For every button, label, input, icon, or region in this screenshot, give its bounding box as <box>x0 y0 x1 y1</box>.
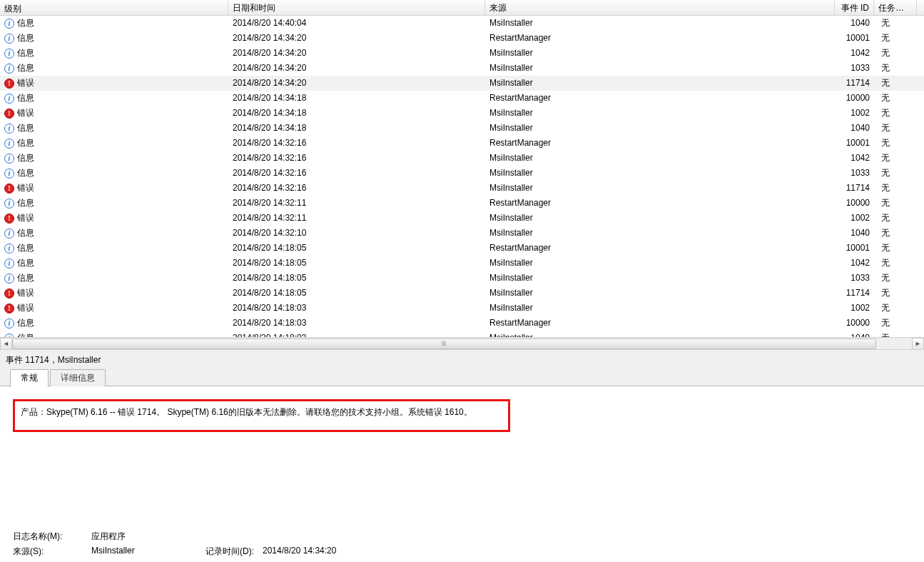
cell-source: MsiInstaller <box>485 181 835 196</box>
cell-date: 2014/8/20 14:18:05 <box>228 286 485 301</box>
cell-task: 无 <box>874 316 917 331</box>
cell-task: 无 <box>874 196 917 211</box>
table-row[interactable]: i信息2014/8/20 14:18:05RestartManager10001… <box>0 241 924 256</box>
info-icon: i <box>4 34 14 44</box>
table-row[interactable]: i信息2014/8/20 14:34:20MsiInstaller1033无 <box>0 61 924 76</box>
cell-level: i信息 <box>0 196 228 211</box>
cell-task: 无 <box>874 256 917 271</box>
cell-level: i信息 <box>0 91 228 106</box>
info-icon: i <box>4 64 14 74</box>
table-row[interactable]: i信息2014/8/20 14:34:18RestartManager10000… <box>0 91 924 106</box>
table-row[interactable]: !错误2014/8/20 14:34:20MsiInstaller11714无 <box>0 76 924 91</box>
cell-source: RestartManager <box>485 241 835 256</box>
level-text: 信息 <box>17 61 34 76</box>
col-header-task[interactable]: 任务类别 <box>874 0 917 15</box>
info-icon: i <box>4 139 14 149</box>
meta-logged-value: 2014/8/20 14:34:20 <box>263 546 336 558</box>
event-list-header: 级别 日期和时间 来源 事件 ID 任务类别 <box>0 0 924 16</box>
cell-source: MsiInstaller <box>485 256 835 271</box>
table-row[interactable]: i信息2014/8/20 14:32:16MsiInstaller1042无 <box>0 151 924 166</box>
col-header-date[interactable]: 日期和时间 <box>228 0 485 15</box>
cell-date: 2014/8/20 14:34:20 <box>228 76 485 91</box>
table-row[interactable]: i信息2014/8/20 14:32:10MsiInstaller1040无 <box>0 226 924 241</box>
info-icon: i <box>4 154 14 164</box>
table-row[interactable]: i信息2014/8/20 14:32:11RestartManager10000… <box>0 196 924 211</box>
level-text: 信息 <box>17 91 34 106</box>
cell-source: MsiInstaller <box>485 121 835 136</box>
cell-source: MsiInstaller <box>485 61 835 76</box>
info-icon: i <box>4 19 14 29</box>
col-header-level[interactable]: 级别 <box>0 0 228 15</box>
event-detail-pane: 事件 11714，MsiInstaller 常规 详细信息 产品：Skype(T… <box>0 350 924 562</box>
table-row[interactable]: !错误2014/8/20 14:18:05MsiInstaller11714无 <box>0 286 924 301</box>
cell-eventid: 1033 <box>835 61 874 76</box>
table-row[interactable]: i信息2014/8/20 14:34:20MsiInstaller1042无 <box>0 46 924 61</box>
cell-task: 无 <box>874 166 917 181</box>
cell-level: i信息 <box>0 316 228 331</box>
cell-task: 无 <box>874 61 917 76</box>
cell-source: MsiInstaller <box>485 151 835 166</box>
table-row[interactable]: !错误2014/8/20 14:32:16MsiInstaller11714无 <box>0 181 924 196</box>
table-row[interactable]: i信息2014/8/20 14:34:18MsiInstaller1040无 <box>0 121 924 136</box>
info-icon: i <box>4 124 14 134</box>
table-row[interactable]: !错误2014/8/20 14:18:03MsiInstaller1002无 <box>0 301 924 316</box>
table-row[interactable]: i信息2014/8/20 14:32:16RestartManager10001… <box>0 136 924 151</box>
error-icon: ! <box>4 303 14 313</box>
col-header-eventid[interactable]: 事件 ID <box>835 0 874 15</box>
cell-date: 2014/8/20 14:32:16 <box>228 136 485 151</box>
level-text: 信息 <box>17 256 34 271</box>
cell-source: MsiInstaller <box>485 211 835 226</box>
cell-date: 2014/8/20 14:34:18 <box>228 91 485 106</box>
horizontal-scrollbar[interactable]: ◄ ► <box>0 337 924 349</box>
table-row[interactable]: i信息2014/8/20 14:40:04MsiInstaller1040无 <box>0 16 924 31</box>
table-row[interactable]: !错误2014/8/20 14:32:11MsiInstaller1002无 <box>0 211 924 226</box>
cell-level: !错误 <box>0 286 228 301</box>
table-row[interactable]: i信息2014/8/20 14:18:05MsiInstaller1033无 <box>0 271 924 286</box>
cell-date: 2014/8/20 14:34:20 <box>228 31 485 46</box>
cell-task: 无 <box>874 76 917 91</box>
cell-task: 无 <box>874 46 917 61</box>
cell-level: i信息 <box>0 166 228 181</box>
cell-task: 无 <box>874 31 917 46</box>
scroll-left-button[interactable]: ◄ <box>0 338 12 350</box>
table-row[interactable]: !错误2014/8/20 14:34:18MsiInstaller1002无 <box>0 106 924 121</box>
cell-task: 无 <box>874 271 917 286</box>
cell-source: MsiInstaller <box>485 226 835 241</box>
meta-logged-label: 记录时间(D): <box>205 546 263 558</box>
col-header-source[interactable]: 来源 <box>485 0 835 15</box>
scroll-right-button[interactable]: ► <box>912 338 924 350</box>
level-text: 信息 <box>17 46 34 61</box>
cell-eventid: 1033 <box>835 166 874 181</box>
level-text: 信息 <box>17 241 34 256</box>
table-row[interactable]: i信息2014/8/20 14:18:05MsiInstaller1042无 <box>0 256 924 271</box>
cell-date: 2014/8/20 14:34:20 <box>228 61 485 76</box>
cell-task: 无 <box>874 121 917 136</box>
scroll-track[interactable] <box>12 338 912 350</box>
scroll-thumb[interactable] <box>12 338 876 349</box>
cell-task: 无 <box>874 91 917 106</box>
cell-source: RestartManager <box>485 31 835 46</box>
cell-eventid: 10000 <box>835 316 874 331</box>
tab-details[interactable]: 详细信息 <box>50 369 106 386</box>
level-text: 信息 <box>17 271 34 286</box>
cell-source: MsiInstaller <box>485 301 835 316</box>
level-text: 信息 <box>17 31 34 46</box>
cell-eventid: 10001 <box>835 136 874 151</box>
cell-eventid: 11714 <box>835 286 874 301</box>
level-text: 错误 <box>17 106 34 121</box>
meta-logname-label: 日志名称(M): <box>13 531 91 543</box>
cell-eventid: 11714 <box>835 181 874 196</box>
cell-source: MsiInstaller <box>485 16 835 31</box>
table-row[interactable]: i信息2014/8/20 14:18:03RestartManager10000… <box>0 316 924 331</box>
cell-eventid: 10000 <box>835 91 874 106</box>
error-icon: ! <box>4 288 14 298</box>
cell-date: 2014/8/20 14:32:16 <box>228 181 485 196</box>
cell-date: 2014/8/20 14:40:04 <box>228 16 485 31</box>
table-row[interactable]: i信息2014/8/20 14:34:20RestartManager10001… <box>0 31 924 46</box>
info-icon: i <box>4 199 14 209</box>
event-list-body: i信息2014/8/20 14:40:04MsiInstaller1040无i信… <box>0 16 924 346</box>
table-row[interactable]: i信息2014/8/20 14:32:16MsiInstaller1033无 <box>0 166 924 181</box>
info-icon: i <box>4 259 14 269</box>
meta-source-value: MsiInstaller <box>91 546 205 558</box>
tab-general[interactable]: 常规 <box>10 369 49 387</box>
